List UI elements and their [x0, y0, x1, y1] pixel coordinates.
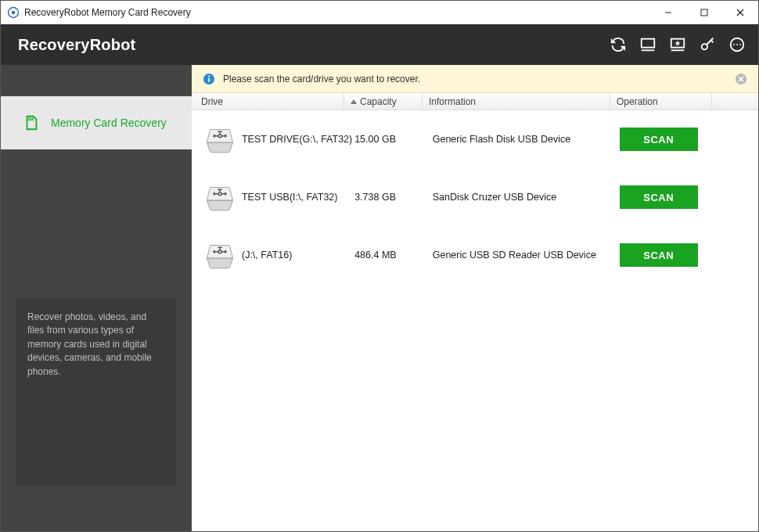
table-row: (J:\, FAT16)486.4 MBGeneric USB SD Reade…: [192, 226, 758, 284]
refresh-icon[interactable]: [610, 36, 627, 53]
drive-info: Generic USB SD Reader USB Device: [433, 250, 620, 261]
svg-rect-22: [208, 77, 210, 82]
drive-capacity: 3.738 GB: [354, 192, 433, 203]
notice-bar: Please scan the card/drive you want to r…: [192, 65, 758, 93]
drive-capacity: 486.4 MB: [354, 250, 433, 261]
monitor-icon[interactable]: [639, 36, 656, 53]
svg-rect-6: [642, 39, 655, 48]
drive-name: TEST USB(I:\, FAT32): [242, 192, 337, 203]
col-header-information[interactable]: Information: [423, 93, 610, 110]
window-title: RecoveryRobot Memory Card Recovery: [24, 7, 191, 18]
info-icon: [203, 73, 215, 85]
drive-list: TEST DRIVE(G:\, FAT32)15.00 GBGeneric Fl…: [192, 110, 758, 531]
svg-point-15: [733, 44, 735, 45]
usb-drive-icon: [203, 183, 237, 211]
svg-point-17: [739, 44, 741, 45]
app-icon: [7, 6, 20, 19]
close-button[interactable]: [722, 1, 758, 24]
col-header-drive[interactable]: Drive: [192, 93, 344, 110]
svg-point-1: [12, 11, 15, 14]
drive-info: SanDisk Cruzer USB Device: [433, 192, 620, 203]
sidebar-info-panel: Recover photos, videos, and files from v…: [16, 298, 176, 486]
key-icon[interactable]: [699, 36, 716, 53]
svg-marker-10: [674, 41, 680, 46]
screen-star-icon[interactable]: [669, 36, 686, 53]
table-row: TEST USB(I:\, FAT32)3.738 GBSanDisk Cruz…: [192, 168, 758, 226]
drive-info: Generic Flash Disk USB Device: [433, 134, 620, 145]
svg-rect-3: [701, 9, 707, 16]
drive-name: TEST DRIVE(G:\, FAT32): [242, 134, 352, 145]
scan-button[interactable]: SCAN: [620, 128, 698, 151]
sidebar-item-label: Memory Card Recovery: [51, 117, 167, 129]
usb-drive-icon: [203, 125, 237, 153]
header-actions: [610, 36, 746, 53]
maximize-button[interactable]: [686, 1, 722, 24]
sidebar-item-memory-card-recovery[interactable]: Memory Card Recovery: [1, 96, 192, 149]
scan-button[interactable]: SCAN: [620, 243, 698, 267]
header-bar: RecoveryRobot: [1, 24, 758, 65]
more-icon[interactable]: [728, 36, 746, 53]
app-window: RecoveryRobot Memory Card Recovery Recov…: [0, 0, 759, 532]
sidebar: Memory Card Recovery Recover photos, vid…: [1, 65, 192, 531]
drive-capacity: 15.00 GB: [354, 134, 433, 145]
svg-point-11: [702, 44, 707, 49]
titlebar: RecoveryRobot Memory Card Recovery: [1, 1, 758, 24]
table-header: Drive Capacity Information Operation: [192, 93, 758, 110]
brand-label: RecoveryRobot: [18, 36, 135, 54]
scan-button[interactable]: SCAN: [620, 185, 698, 209]
svg-point-16: [736, 44, 738, 45]
sort-asc-icon: [351, 99, 357, 104]
minimize-button[interactable]: [650, 1, 686, 24]
notice-text: Please scan the card/drive you want to r…: [223, 74, 420, 84]
main-panel: Please scan the card/drive you want to r…: [192, 65, 758, 531]
notice-close-icon[interactable]: [735, 73, 747, 85]
svg-line-13: [711, 41, 714, 43]
sd-card-icon: [23, 114, 40, 131]
sidebar-info-text: Recover photos, videos, and files from v…: [27, 311, 152, 377]
usb-drive-icon: [203, 241, 237, 269]
drive-name: (J:\, FAT16): [242, 250, 292, 261]
col-header-operation[interactable]: Operation: [610, 93, 712, 110]
window-controls: [650, 1, 758, 24]
table-row: TEST DRIVE(G:\, FAT32)15.00 GBGeneric Fl…: [192, 110, 758, 168]
svg-point-23: [208, 75, 210, 77]
col-header-capacity[interactable]: Capacity: [344, 93, 423, 110]
